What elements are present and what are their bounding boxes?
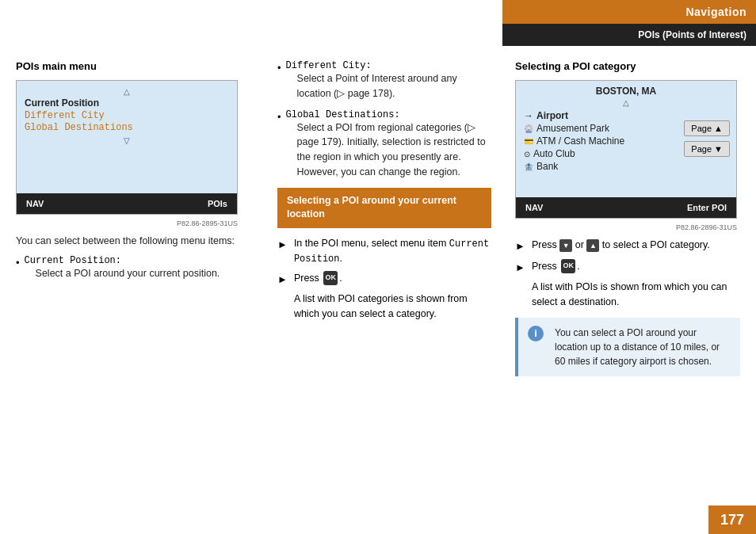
left-footer-nav: NAV	[26, 199, 44, 208]
left-screen-footer: NAV POIs	[17, 193, 237, 214]
bullet-desc-1: Select a POI around your current positio…	[25, 266, 220, 281]
bullet-global-dest: • Global Destinations: Select a POI from…	[277, 109, 491, 185]
right-step-1: ► Press ▼ or ▲ to select a POI category.	[515, 238, 740, 254]
right-step-3-text: A list with POIs is shown from which you…	[532, 280, 740, 310]
bank-icon: 🏦	[524, 162, 533, 171]
info-icon: i	[528, 326, 544, 341]
header-title: Navigation	[685, 6, 746, 18]
bullet-dot-3: •	[277, 111, 281, 123]
page-down-btn[interactable]: Page ▼	[684, 141, 730, 157]
arrow-sym-1: ►	[277, 237, 288, 253]
right-item-bank: 🏦 Bank	[524, 161, 728, 172]
subheader-bar: POIs (Points of Interest)	[502, 24, 756, 46]
right-arrow-sym-1: ►	[515, 238, 525, 254]
right-screen-footer: NAV Enter POI	[516, 197, 736, 218]
right-screen-up: △	[516, 98, 736, 107]
right-arrow-sym-2: ►	[515, 260, 525, 276]
amusement-icon: 🎡	[524, 124, 533, 133]
auto-icon: ⊙	[524, 150, 530, 158]
left-section-title: POIs main menu	[16, 60, 254, 72]
right-step-2: ► Press OK.	[515, 259, 740, 276]
page-number: 177	[720, 512, 744, 528]
auto-label: Auto Club	[533, 148, 575, 159]
left-photo-credit: P82.86-2895-31US	[16, 219, 238, 227]
airport-icon: →	[524, 110, 533, 121]
ok-badge-right: OK	[561, 259, 575, 273]
left-screen-item2: Global Destinations	[25, 122, 229, 133]
mid-step-3-text: A list with POI categories is shown from…	[294, 292, 491, 322]
left-screen-down-arrow: ▽	[25, 136, 229, 145]
bullet-desc-2: Select a Point of Interest around any lo…	[286, 71, 491, 101]
right-nav-screen: BOSTON, MA △ → Airport 🎡 Amusement Park …	[515, 80, 737, 219]
right-step-1-text: Press ▼ or ▲ to select a POI category.	[532, 238, 710, 253]
mid-step-1-text: In the POI menu, select menu item Curren…	[294, 236, 491, 266]
bullet-current-position: • Current Position: Select a POI around …	[16, 255, 254, 286]
bullet-desc-3: Select a POI from regional categories (▷…	[286, 120, 491, 180]
content-area: POIs main menu △ Current Position Differ…	[0, 46, 756, 534]
ok-badge-mid: OK	[323, 271, 338, 285]
right-section-title: Selecting a POI category	[515, 60, 740, 72]
highlight-box: Selecting a POI around your current loca…	[277, 188, 491, 228]
arrow-sym-2: ►	[277, 272, 288, 288]
atm-label: ATM / Cash Machine	[536, 135, 624, 147]
right-photo-credit: P82.86-2896-31US	[515, 223, 737, 231]
left-body-text: You can select between the following men…	[16, 234, 254, 249]
atm-icon: 💳	[524, 137, 533, 146]
bank-label: Bank	[536, 161, 558, 172]
page-up-btn[interactable]: Page ▲	[684, 120, 730, 136]
right-footer-enter: Enter POI	[687, 203, 727, 212]
right-step-3: ► A list with POIs is shown from which y…	[515, 280, 740, 310]
right-column: Selecting a POI category BOSTON, MA △ → …	[515, 60, 740, 520]
right-step-2-text: Press OK.	[532, 259, 580, 274]
info-box: i You can select a POI around your locat…	[515, 318, 740, 376]
left-screen-item1: Different City	[25, 110, 229, 121]
right-screen-city: BOSTON, MA	[516, 81, 736, 98]
left-nav-screen: △ Current Position Different City Global…	[16, 80, 238, 215]
bullet-different-city: • Different City: Select a Point of Inte…	[277, 60, 491, 106]
left-footer-pois: POIs	[208, 199, 227, 208]
mid-step-1: ► In the POI menu, select menu item Curr…	[277, 236, 491, 266]
left-screen-up-arrow: △	[25, 87, 229, 96]
mid-step-3: ► A list with POI categories is shown fr…	[277, 292, 491, 322]
middle-column: • Different City: Select a Point of Inte…	[277, 60, 491, 520]
airport-label: Airport	[536, 110, 568, 121]
right-footer-nav: NAV	[525, 203, 543, 212]
mid-step-2: ► Press OK.	[277, 271, 491, 288]
subheader-title: POIs (Points of Interest)	[638, 29, 746, 40]
bullet-dot-1: •	[16, 257, 20, 269]
bullet-label-3: Global Destinations:	[286, 109, 491, 120]
left-screen-current-pos: Current Position	[25, 97, 229, 109]
right-item-airport: → Airport	[524, 110, 728, 121]
info-row: i You can select a POI around your locat…	[528, 326, 731, 368]
current-pos-mono: Current Position	[294, 238, 489, 265]
page-number-box: 177	[708, 505, 756, 534]
bullet-label-2: Different City:	[286, 60, 491, 71]
bullet-dot-2: •	[277, 62, 281, 74]
left-column: POIs main menu △ Current Position Differ…	[16, 60, 254, 520]
bullet-label-1: Current Position:	[25, 255, 220, 266]
info-text: You can select a POI around your locatio…	[555, 326, 731, 368]
mid-step-2-text: Press OK.	[294, 271, 342, 286]
down-btn: ▼	[559, 239, 572, 252]
header-bar: Navigation	[502, 0, 756, 24]
up-btn: ▲	[586, 239, 599, 252]
amusement-label: Amusement Park	[536, 123, 609, 134]
